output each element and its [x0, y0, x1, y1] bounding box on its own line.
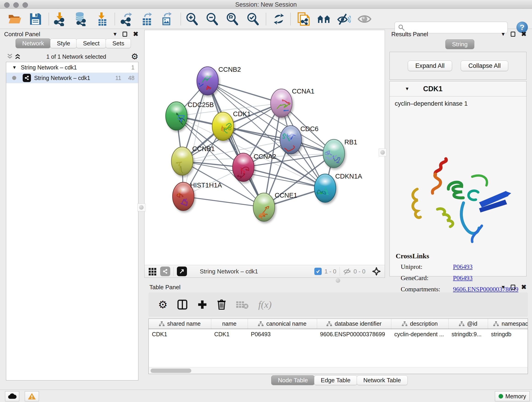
column-header[interactable]: database identifier — [317, 319, 391, 329]
float-panel-icon[interactable] — [123, 32, 127, 37]
network-node-CCNB2[interactable] — [194, 67, 218, 95]
apply-layout-button[interactable] — [271, 12, 287, 26]
collapse-all-button[interactable]: Collapse All — [461, 61, 508, 71]
collapse-all-icon[interactable] — [6, 53, 14, 60]
network-node-RB1[interactable] — [323, 139, 345, 168]
network-node-CDC6[interactable] — [280, 126, 302, 155]
protein-expander-icon[interactable]: ▼ — [405, 86, 409, 91]
cell-namespace[interactable]: stringdb — [488, 329, 528, 339]
toolbar-separator — [290, 13, 291, 25]
float-panel-icon[interactable] — [511, 285, 515, 290]
open-session-button[interactable] — [7, 12, 23, 26]
tab-select[interactable]: Select — [76, 38, 106, 48]
function-builder-button[interactable]: f(x) — [258, 299, 272, 310]
network-node-CDK1[interactable] — [212, 112, 234, 140]
column-header[interactable]: shared name — [149, 319, 211, 329]
zoom-selected-button[interactable] — [245, 12, 261, 26]
network-collection-label: String Network – cdk1 — [21, 64, 77, 71]
scrollbar-thumb[interactable] — [151, 369, 191, 373]
network-node-CDKN1A[interactable] — [314, 174, 336, 204]
tab-network[interactable]: Network — [16, 38, 51, 48]
delete-column-icon[interactable] — [217, 299, 226, 310]
vertical-splitter-handle[interactable] — [138, 204, 145, 211]
tab-style[interactable]: Style — [50, 38, 77, 48]
add-column-icon[interactable] — [197, 300, 207, 310]
crosslink-uniprot-link[interactable]: P06493 — [453, 263, 473, 270]
network-node-CCNB1[interactable] — [171, 147, 193, 176]
table-options-gear-icon[interactable]: ⚙ — [158, 298, 167, 311]
tab-network-table[interactable]: Network Table — [357, 375, 408, 385]
string-home-button[interactable] — [316, 12, 332, 26]
cell-shared-name[interactable]: CDK1 — [149, 329, 211, 339]
cell-description[interactable]: cyclin-dependent ... — [391, 329, 448, 339]
tab-sets[interactable]: Sets — [106, 38, 131, 48]
column-header[interactable]: namespac — [488, 319, 528, 329]
save-session-button[interactable] — [27, 12, 44, 26]
results-panel: Results Panel ▾ ✖ String Expand All Coll… — [386, 30, 530, 280]
zoom-out-button[interactable] — [204, 12, 220, 26]
memory-button[interactable]: Memory — [495, 391, 530, 401]
network-edge[interactable] — [183, 81, 208, 196]
export-network-button[interactable] — [119, 12, 135, 26]
cell-database-identifier[interactable]: 9606.ENSP00000378699 — [317, 329, 391, 339]
birds-eye-view-button[interactable] — [372, 267, 381, 276]
expand-all-button[interactable]: Expand All — [408, 61, 452, 71]
close-panel-icon[interactable]: ✖ — [521, 283, 526, 291]
eye-slash-icon — [337, 13, 351, 25]
cell-name[interactable]: CDK1 — [211, 329, 248, 339]
grid-view-button[interactable] — [148, 267, 157, 276]
network-view-panel: CCNB2CCNA1CDC25BCDK1CDC6RB1CCNB1CCNA2CDK… — [144, 30, 385, 278]
warnings-button[interactable] — [25, 391, 39, 401]
table-horizontal-scrollbar[interactable] — [148, 367, 528, 374]
crosslink-genecard-link[interactable]: P06493 — [453, 274, 473, 282]
panel-menu-icon[interactable]: ▾ — [114, 31, 116, 38]
tab-edge-table[interactable]: Edge Table — [314, 375, 357, 385]
detach-view-button[interactable] — [177, 267, 187, 276]
export-table-button[interactable] — [139, 12, 155, 26]
column-header[interactable]: description — [391, 319, 448, 329]
show-columns-icon[interactable] — [177, 299, 188, 310]
close-panel-icon[interactable]: ✖ — [133, 30, 138, 38]
float-panel-icon[interactable] — [511, 32, 515, 37]
column-header[interactable]: @id — [448, 319, 488, 329]
network-row[interactable]: String Network – cdk1 11 48 — [6, 73, 138, 83]
tab-string[interactable]: String — [445, 39, 474, 49]
tab-node-table[interactable]: Node Table — [271, 375, 315, 385]
network-node-CCNE1[interactable] — [253, 193, 275, 224]
network-canvas[interactable]: CCNB2CCNA1CDC25BCDK1CDC6RB1CCNB1CCNA2CDK… — [145, 30, 385, 265]
zoom-fit-button[interactable] — [224, 12, 240, 26]
tree-expander-icon[interactable]: ▼ — [12, 65, 17, 70]
delete-table-icon[interactable] — [236, 300, 249, 309]
cloud-status-button[interactable] — [5, 391, 19, 401]
panel-menu-icon[interactable]: ▾ — [501, 31, 505, 38]
table-row[interactable]: CDK1 CDK1 P06493 9606.ENSP00000378699 cy… — [149, 329, 528, 339]
cell-canonical-name[interactable]: P06493 — [248, 329, 317, 339]
panel-menu-icon[interactable]: ▾ — [501, 283, 505, 291]
selected-checkbox[interactable] — [314, 268, 322, 275]
expand-all-icon[interactable] — [14, 53, 22, 60]
clone-network-button[interactable] — [296, 12, 312, 26]
network-edge[interactable] — [183, 196, 264, 207]
node-label-CCNB2: CCNB2 — [218, 66, 241, 73]
table-panel-window-icons: ▾ ✖ — [501, 283, 526, 291]
network-node-CCNA2[interactable] — [233, 153, 254, 182]
show-graphics-button[interactable] — [356, 12, 373, 26]
import-network-from-database-button[interactable] — [72, 12, 89, 26]
network-edge[interactable] — [208, 81, 281, 103]
column-header[interactable]: name — [211, 319, 248, 329]
import-network-button[interactable] — [52, 12, 68, 26]
protein-header-row[interactable]: ▼ CDK1 — [390, 81, 526, 96]
close-panel-icon[interactable]: ✖ — [521, 30, 526, 38]
network-view-mode-button[interactable] — [160, 267, 170, 276]
export-image-button[interactable] — [158, 12, 175, 26]
zoom-in-button[interactable] — [184, 12, 200, 26]
column-header[interactable]: canonical name — [248, 319, 317, 329]
vertical-splitter-handle[interactable] — [379, 148, 386, 156]
network-collection-row[interactable]: ▼ String Network – cdk1 1 — [6, 62, 138, 73]
hide-unhide-button[interactable] — [336, 12, 352, 26]
cell-id[interactable]: stringdb:9... — [448, 329, 488, 339]
import-table-button[interactable] — [94, 12, 110, 26]
network-options-gear-icon[interactable]: ⚙ — [131, 52, 138, 61]
horizontal-splitter-handle[interactable] — [336, 278, 340, 283]
zoom-fit-icon — [226, 12, 239, 26]
